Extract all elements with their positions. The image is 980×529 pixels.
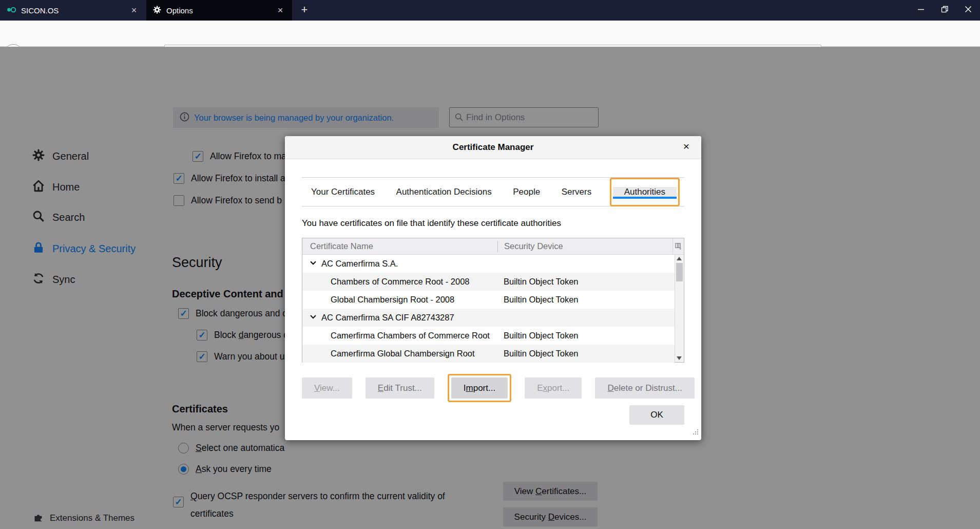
column-security-device[interactable]: Security Device <box>498 241 672 251</box>
resize-grip[interactable] <box>693 427 699 438</box>
table-row[interactable]: Chambers of Commerce Root - 2008 Builtin… <box>302 273 675 291</box>
import-highlight-box: Import... <box>448 374 511 402</box>
tab-your-certificates[interactable]: Your Certificates <box>308 187 378 197</box>
table-row-group[interactable]: AC Camerfirma S.A. <box>302 255 675 273</box>
tab-title: SICON.OS <box>21 6 128 15</box>
twisty-chevron-icon[interactable] <box>310 259 317 269</box>
close-window-button[interactable] <box>956 0 980 18</box>
twisty-chevron-icon[interactable] <box>310 313 317 323</box>
scroll-down-arrow[interactable] <box>677 356 682 360</box>
new-tab-button[interactable]: + <box>297 3 312 18</box>
tab-authentication-decisions[interactable]: Authentication Decisions <box>393 187 495 197</box>
browser-tab-options[interactable]: Options × <box>146 0 292 21</box>
column-certificate-name[interactable]: Certificate Name <box>302 241 497 251</box>
column-picker-icon[interactable] <box>672 238 684 255</box>
edit-trust-button[interactable]: Edit Trust... <box>366 377 434 399</box>
delete-or-distrust-button[interactable]: Delete or Distrust... <box>595 377 695 399</box>
minimize-button[interactable] <box>909 0 933 18</box>
firefox-window: SICON.OS × Options × + ← → <box>0 0 980 529</box>
table-row[interactable]: Camerfirma Chambers of Commerce Root Bui… <box>302 327 675 345</box>
scroll-up-arrow[interactable] <box>677 257 682 260</box>
dialog-button-row: View... Edit Trust... Import... Export..… <box>302 377 695 399</box>
dialog-header: Certificate Manager × <box>285 136 701 159</box>
tab-people[interactable]: People <box>510 187 543 197</box>
tab-close-icon[interactable]: × <box>128 5 140 16</box>
dialog-intro-text: You have certificates on file that ident… <box>302 218 561 229</box>
browser-tab-siconos[interactable]: SICON.OS × <box>0 0 146 21</box>
table-header: Certificate Name Security Device <box>302 238 684 255</box>
table-row-group[interactable]: AC Camerfirma SA CIF A82743287 <box>302 309 675 327</box>
restore-button[interactable] <box>933 0 956 18</box>
browser-tab-bar: SICON.OS × Options × + <box>0 0 980 21</box>
scrollbar-thumb[interactable] <box>676 263 683 281</box>
tab-authorities[interactable]: Authorities <box>613 187 677 199</box>
tab-servers[interactable]: Servers <box>559 187 595 197</box>
table-row[interactable]: Camerfirma Global Chambersign Root Built… <box>302 345 675 363</box>
authorities-highlight-box: Authorities <box>610 178 680 206</box>
siconos-logo-icon <box>6 6 16 15</box>
certificate-table: Certificate Name Security Device AC Came… <box>302 238 684 363</box>
vertical-scrollbar[interactable] <box>675 255 684 362</box>
view-button[interactable]: View... <box>302 377 352 399</box>
tab-close-icon[interactable]: × <box>275 5 286 16</box>
ok-button[interactable]: OK <box>629 405 684 425</box>
certificate-manager-dialog: Certificate Manager × Your Certificates … <box>285 136 701 440</box>
tab-title: Options <box>166 6 275 15</box>
nav-toolbar: ← → Firefox about:preferences#privacy ☆ … <box>0 21 980 47</box>
certificate-tabs: Your Certificates Authentication Decisio… <box>302 177 684 206</box>
table-row[interactable]: Global Chambersign Root - 2008 Builtin O… <box>302 291 675 309</box>
close-icon[interactable]: × <box>680 140 693 153</box>
dialog-title: Certificate Manager <box>285 142 701 153</box>
import-button[interactable]: Import... <box>451 377 508 399</box>
gear-tab-icon <box>152 5 162 16</box>
export-button[interactable]: Export... <box>525 377 582 399</box>
